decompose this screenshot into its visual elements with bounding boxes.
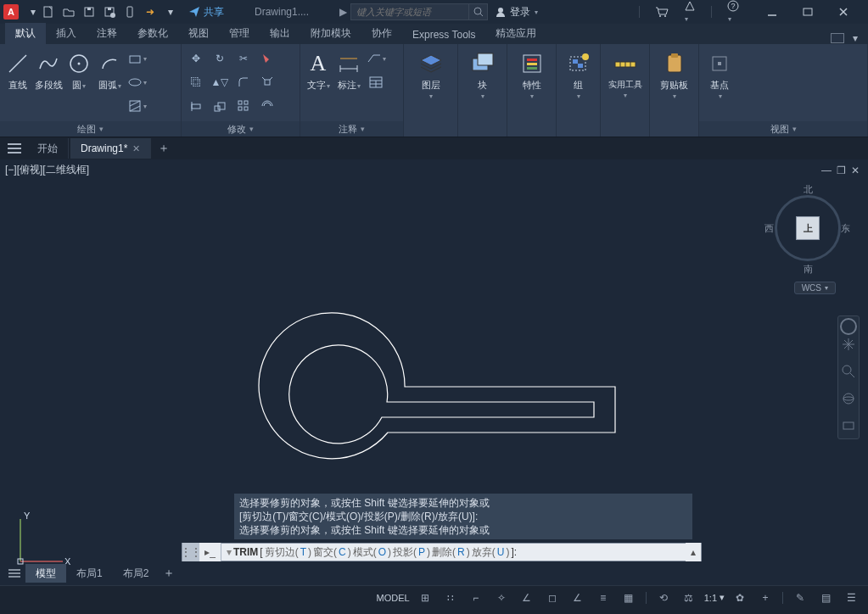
explode-icon[interactable] [256,71,278,93]
cmdline-options-icon[interactable]: ▸_ [199,543,221,561]
new-icon[interactable] [41,4,56,20]
snap-icon[interactable]: ∷ [440,589,461,607]
group-button[interactable]: 组▾ [562,47,596,118]
close-button[interactable] [826,0,861,24]
quickprops-icon[interactable]: ▤ [815,589,836,607]
vp-minimize-icon[interactable]: — [821,165,832,176]
search-icon[interactable] [469,3,488,20]
scale-button[interactable]: 1:1 ▾ [704,592,725,603]
basepoint-button[interactable]: 基点▾ [703,47,736,118]
command-line[interactable]: ⋮⋮ ▸_ ▾ TRIM [剪切边(T) 窗交(C) 模式(O) 投影(P) 删… [182,543,702,561]
save-icon[interactable] [81,4,97,20]
layer-button[interactable]: 图层▾ [414,47,448,118]
polar-icon[interactable]: ✧ [491,589,512,607]
phone-icon[interactable] [122,4,137,20]
hatch-icon[interactable]: ▾ [126,95,148,117]
fillet-icon[interactable] [232,71,255,93]
layout-tab-1[interactable]: 布局1 [66,564,113,583]
maximize-button[interactable] [790,0,826,24]
circle-button[interactable]: 圆▾ [64,47,93,118]
annoscale-icon[interactable]: ⚖ [679,589,699,607]
cart-icon[interactable] [655,6,669,18]
utilities-button[interactable]: 实用工具▾ [608,47,642,118]
pan-icon[interactable] [841,337,856,352]
tab-parametric[interactable]: 参数化 [127,23,178,44]
ribbon-box-icon[interactable] [831,33,844,43]
share-button[interactable]: 共享 [188,5,224,20]
annomonitor-icon[interactable]: + [755,589,776,607]
app-menu-dropdown[interactable]: ▾ [25,4,41,20]
mirror-icon[interactable]: ▲▽ [209,71,231,93]
customize-icon[interactable]: ☰ [841,589,861,607]
tab-view[interactable]: 视图 [178,23,219,44]
layout-add-button[interactable]: ＋ [159,566,179,581]
add-tab-button[interactable]: ＋ [153,137,175,159]
minimize-button[interactable] [754,0,790,24]
scale-icon[interactable] [209,95,231,117]
tab-drawing1[interactable]: Drawing1*✕ [70,138,151,159]
grid-icon[interactable]: ⊞ [415,589,435,607]
layout-tab-2[interactable]: 布局2 [113,564,160,583]
line-button[interactable]: 直线 [3,47,32,118]
search-input[interactable] [350,3,469,20]
viewcube-top[interactable]: 上 [796,216,820,240]
signin-button[interactable]: 登录 ▾ [495,5,538,20]
steering-wheel-icon[interactable] [840,318,857,335]
viewport-label[interactable]: [−][俯视][二维线框] [5,163,89,177]
tab-insert[interactable]: 插入 [46,23,87,44]
block-button[interactable]: 块▾ [466,47,500,118]
cmdline-grip-icon[interactable]: ⋮⋮ [182,543,199,561]
lineweight-icon[interactable]: ≡ [593,589,613,607]
tab-annotate[interactable]: 注释 [87,23,127,44]
app-icon[interactable]: A [3,4,19,20]
wcs-dropdown[interactable]: WCS▾ [794,282,836,294]
units-icon[interactable]: ✎ [790,589,810,607]
showmotion-icon[interactable] [841,418,856,433]
ribbon-collapse-icon[interactable]: ▾ [853,32,858,44]
navigation-bar[interactable] [837,315,860,439]
saveas-icon[interactable] [102,4,117,20]
vp-close-icon[interactable]: ✕ [851,165,860,176]
erase-icon[interactable] [256,47,278,70]
orbit-icon[interactable] [841,391,856,406]
autodesk-icon[interactable]: ▾ [684,0,696,24]
workspace-icon[interactable]: ✿ [730,589,750,607]
polyline-button[interactable]: 多段线 [34,47,63,118]
ortho-icon[interactable]: ⌐ [466,589,486,607]
cmdline-recent-icon[interactable]: ▴ [686,543,701,561]
osnap-icon[interactable]: ◻ [542,589,563,607]
copy-icon[interactable]: ⿻ [185,71,207,93]
tab-featured[interactable]: 精选应用 [485,23,546,44]
open-icon[interactable] [61,4,76,20]
menu-icon[interactable] [3,137,25,159]
text-button[interactable]: A 文字▾ [304,47,333,118]
vp-restore-icon[interactable]: ❐ [837,165,846,176]
layout-tab-model[interactable]: 模型 [25,564,66,583]
qat-dropdown-icon[interactable]: ▾ [163,4,178,20]
help-icon[interactable]: ? ▾ [727,0,739,24]
tab-express[interactable]: Express Tools [402,25,485,44]
tab-default[interactable]: 默认 [5,23,46,44]
selection-cycle-icon[interactable]: ⟲ [653,589,674,607]
clipboard-button[interactable]: 剪贴板▾ [658,47,692,118]
close-icon[interactable]: ✕ [132,143,140,154]
tab-manage[interactable]: 管理 [219,23,260,44]
rotate-icon[interactable]: ↻ [209,47,231,70]
layout-menu-icon[interactable] [3,569,25,578]
otrack-icon[interactable]: ∠ [568,589,588,607]
tab-start[interactable]: 开始 [27,138,69,159]
ellipse-icon[interactable]: ▾ [126,71,148,93]
zoom-icon[interactable] [841,364,856,379]
tab-collab[interactable]: 协作 [361,23,402,44]
arc-button[interactable]: 圆弧▾ [95,47,124,118]
tab-output[interactable]: 输出 [260,23,300,44]
trim-icon[interactable]: ✂ [232,47,255,70]
arrow-right-icon[interactable]: ➜ [143,4,158,20]
stretch-icon[interactable] [185,95,207,117]
dimension-button[interactable]: 标注▾ [334,47,363,118]
rect-icon[interactable]: ▾ [126,47,148,70]
viewcube[interactable]: 上 北 南 东 西 [770,185,846,270]
offset-icon[interactable] [256,95,278,117]
model-space-button[interactable]: MODEL [377,593,410,603]
move-icon[interactable]: ✥ [185,47,207,70]
